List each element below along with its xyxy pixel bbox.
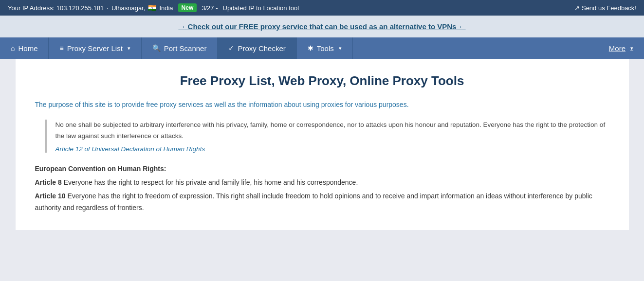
ip-info: Your IP Address: 103.120.255.181 · Ulhas… xyxy=(8,4,173,12)
update-info: 3/27 - xyxy=(202,4,218,12)
tools-icon: ✱ xyxy=(308,44,313,52)
separator: · xyxy=(107,4,109,12)
ip-link[interactable]: Your IP Address: 103.120.255.181 xyxy=(8,4,104,12)
article-8: Article 8 Everyone has the right to resp… xyxy=(35,177,609,189)
rights-section: European Convention on Human Rights: Art… xyxy=(35,163,609,213)
nav-item-more[interactable]: More ▾ xyxy=(598,37,644,59)
update-link[interactable]: Updated IP to Location tool xyxy=(223,4,299,12)
ip-label: Your IP Address: xyxy=(8,4,55,12)
blockquote-text: No one shall be subjected to arbitrary i… xyxy=(55,120,609,142)
nav-home-label: Home xyxy=(18,44,37,53)
nav-proxy-list-label: Proxy Server List xyxy=(67,44,123,53)
nav-bar: ⌂ Home ≡ Proxy Server List ▾ 🔍 Port Scan… xyxy=(0,37,644,59)
nav-proxy-checker-label: Proxy Checker xyxy=(238,44,285,53)
nav-item-proxy-checker[interactable]: ✓ Proxy Checker xyxy=(218,37,296,59)
more-chevron-down-icon: ▾ xyxy=(630,45,633,52)
nav-item-tools[interactable]: ✱ Tools ▾ xyxy=(297,37,353,59)
rights-heading: European Convention on Human Rights: xyxy=(35,163,609,175)
article-10: Article 10 Everyone has the right to fre… xyxy=(35,191,609,214)
blockquote: No one shall be subjected to arbitrary i… xyxy=(45,120,609,153)
tools-chevron-down-icon: ▾ xyxy=(339,45,342,52)
nav-item-home[interactable]: ⌂ Home xyxy=(0,37,49,59)
nav-item-proxy-server-list[interactable]: ≡ Proxy Server List ▾ xyxy=(49,37,141,59)
nav-more-label: More xyxy=(609,44,626,53)
main-content: Free Proxy List, Web Proxy, Online Proxy… xyxy=(16,59,629,230)
nav-spacer xyxy=(353,37,598,59)
search-icon: 🔍 xyxy=(152,44,161,52)
intro-paragraph: The purpose of this site is to provide f… xyxy=(35,99,609,110)
promo-bar: → Check out our FREE proxy service that … xyxy=(0,16,644,37)
chevron-down-icon: ▾ xyxy=(128,45,130,52)
ip-address: 103.120.255.181 xyxy=(56,4,104,12)
nav-item-port-scanner[interactable]: 🔍 Port Scanner xyxy=(142,37,218,59)
home-icon: ⌂ xyxy=(11,44,15,52)
city: Ulhasnagar, xyxy=(111,4,145,12)
blockquote-link[interactable]: Article 12 of Universal Declaration of H… xyxy=(55,145,205,153)
country: India xyxy=(159,4,173,12)
feedback-link[interactable]: ↗ Send us Feedback! xyxy=(574,4,636,12)
page-title: Free Proxy List, Web Proxy, Online Proxy… xyxy=(35,73,609,88)
check-icon: ✓ xyxy=(228,44,234,52)
top-bar: Your IP Address: 103.120.255.181 · Ulhas… xyxy=(0,0,644,16)
promo-link[interactable]: → Check out our FREE proxy service that … xyxy=(178,22,465,31)
flag-icon: 🇮🇳 xyxy=(148,4,156,12)
list-icon: ≡ xyxy=(59,44,63,52)
nav-port-scanner-label: Port Scanner xyxy=(164,44,207,53)
nav-tools-label: Tools xyxy=(317,44,334,53)
new-badge: New xyxy=(178,3,197,12)
